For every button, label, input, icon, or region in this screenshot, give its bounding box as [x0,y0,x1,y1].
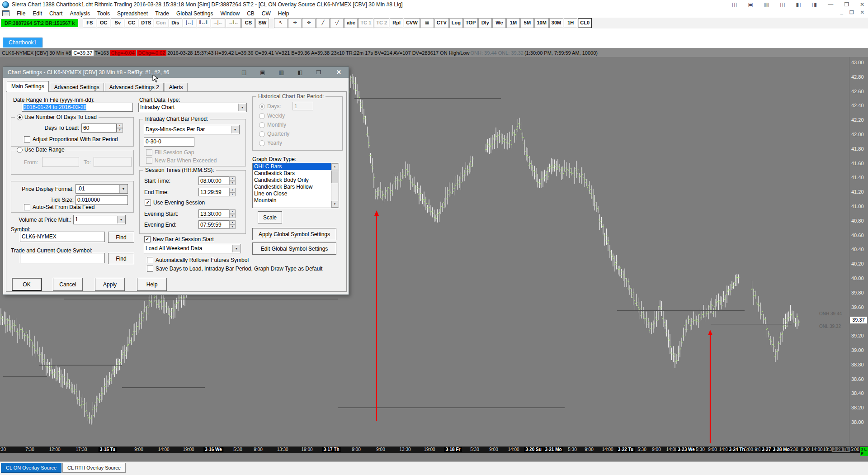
trade-symbol-field[interactable] [20,253,105,263]
graph-draw-option[interactable]: Candlestick Bars [253,170,331,177]
menu-global-settings[interactable]: Global Settings [173,10,217,17]
date-range-field[interactable]: 2016-01-24 to 2016-03-28 [22,103,133,112]
evening-end-spinner[interactable]: ▲▼ [229,220,236,229]
layout-columns-icon[interactable]: ▥ [764,1,769,8]
layout-columns-icon[interactable]: ▥ [279,67,284,78]
layout-left-icon[interactable]: ◧ [796,1,801,8]
scroll-down-icon[interactable]: ▼ [331,201,338,208]
toolbar-button-1m[interactable]: 1M [506,18,520,28]
menu-help[interactable]: Help [274,10,293,17]
crosshair-tool-icon[interactable]: ✛ [288,18,302,28]
use-evening-session-checkbox[interactable] [145,200,151,206]
tab-alerts[interactable]: Alerts [165,83,188,92]
autoset-checkbox[interactable] [24,204,30,210]
layout-right-icon[interactable]: ◨ [812,1,817,8]
menu-analysis[interactable]: Analysis [66,10,94,17]
toolbar-button-top[interactable]: TOP [463,18,478,28]
scale-button[interactable]: Scale [258,211,282,223]
tvw-grid-icon[interactable]: ▦ [420,18,434,28]
toolbar-button-abc[interactable]: abc [344,18,358,28]
child-close-button[interactable]: ✕ [860,10,864,15]
chart-data-type-select[interactable]: Intraday Chart▼ [138,103,247,112]
tab-advanced-settings-2[interactable]: Advanced Settings 2 [105,83,164,92]
toolbar-button-cs[interactable]: CS [241,18,255,28]
bar-spacing-decrease-icon[interactable]: |↔| [183,18,196,28]
new-bar-at-session-start-checkbox[interactable] [144,236,151,242]
dialog-close-button[interactable]: ✕ [335,67,343,78]
intraday-period-select[interactable]: Days-Mins-Secs Per Bar▼ [144,125,240,134]
price-display-format-select[interactable]: .01▼ [75,184,128,194]
toolbar-button-rpl[interactable]: Rpl [390,18,403,28]
toolbar-button-log[interactable]: Log [449,18,463,28]
compress-bars-icon[interactable]: →|← [211,18,226,28]
menu-edit[interactable]: Edit [29,10,46,17]
detach-window-icon[interactable]: ◫ [732,1,737,8]
single-panel-icon[interactable]: ▣ [260,67,265,78]
graph-draw-option[interactable]: Mountain [253,197,331,204]
toolbar-button-sw[interactable]: SW [255,18,269,28]
send-to-monitor-icon[interactable]: ◫ [241,67,246,78]
to-field[interactable] [94,157,132,167]
toolbar-button-sv[interactable]: Sv [111,18,124,28]
evening-start-spinner[interactable]: ▲▼ [229,209,236,218]
trade-symbol-find-button[interactable]: Find [108,253,134,264]
layout-split-icon[interactable]: ◫ [780,1,785,8]
symbol-field[interactable]: CLK6-NYMEX [20,232,105,242]
layout-split-icon[interactable]: ◧ [297,67,302,78]
time-axis[interactable]: :307:3012:0017:303-15 Tu9:0014:0019:003-… [0,446,868,453]
maximize-panel-icon[interactable]: ❐ [316,67,321,78]
end-time-spinner[interactable]: ▲▼ [229,188,236,196]
evening-start-field[interactable]: 13:30:00 [198,209,229,218]
dropdown-arrow-icon[interactable]: ▼ [238,104,246,111]
chartbook-tab[interactable]: Chartbook1 [3,38,42,48]
graph-draw-option[interactable]: OHLC Bars [253,163,331,170]
menu-trade[interactable]: Trade [151,10,173,17]
toolbar-button-dly[interactable]: Dly [478,18,492,28]
single-panel-icon[interactable]: ▣ [748,1,753,8]
graph-draw-option[interactable]: Line on Close [253,190,331,197]
scroll-thumb[interactable] [331,171,338,183]
crosshair-arrow-tool-icon[interactable]: ✜ [302,18,316,28]
volume-mult-select[interactable]: 1▼ [73,215,126,224]
graph-draw-type-listbox[interactable]: OHLC BarsCandlestick BarsCandlestick Bod… [252,163,339,208]
start-time-spinner[interactable]: ▲▼ [229,176,236,185]
toolbar-button-1h[interactable]: 1H [564,18,577,28]
use-days-radio[interactable] [17,114,23,120]
ok-button[interactable]: OK [12,278,42,291]
toolbar-button-oc[interactable]: OC [97,18,110,28]
listbox-scrollbar[interactable]: ▲ ▼ [331,163,339,208]
use-date-range-radio[interactable] [17,147,23,153]
toolbar-button-cvw[interactable]: CVW [404,18,420,28]
graph-draw-option[interactable]: Candlestick Bars Hollow [253,184,331,190]
ray-tool-icon[interactable]: ·╱ [330,18,344,28]
toolbar-button-dts[interactable]: DTS [139,18,153,28]
menu-file[interactable]: File [13,10,29,17]
chart-tab-2[interactable]: CL RTH Overlay Source [62,463,126,473]
child-minimize-button[interactable]: _ [840,10,843,15]
intraday-bar-field[interactable]: 0-30-0 [144,137,194,147]
days-to-load-field[interactable]: 60 [81,124,117,133]
tab-advanced-settings[interactable]: Advanced Settings [50,83,104,92]
menu-window[interactable]: Window [217,10,243,17]
dropdown-arrow-icon[interactable]: ▼ [117,216,125,223]
menu-cb[interactable]: CB [243,10,258,17]
toolbar-button-10m[interactable]: 10M [534,18,548,28]
restore-button[interactable]: ❐ [844,1,849,8]
days-to-load-spinner[interactable]: ▲▼ [117,124,123,133]
minimize-button[interactable]: — [828,1,833,8]
from-field[interactable] [42,157,79,167]
expand-bars-icon[interactable]: →‖← [226,18,241,28]
menu-chart[interactable]: Chart [46,10,66,17]
menu-tools[interactable]: Tools [94,10,113,17]
toolbar-button-we[interactable]: We [492,18,506,28]
dialog-titlebar[interactable]: Chart Settings - CLK6-NYMEX [CBV] 30 Min… [3,67,349,78]
dropdown-arrow-icon[interactable]: ▼ [232,245,240,252]
start-time-field[interactable]: 08:00:00 [198,176,229,185]
toolbar-button-fs[interactable]: FS [83,18,96,28]
cancel-button[interactable]: Cancel [53,278,83,291]
tab-main-settings[interactable]: Main Settings [7,81,49,92]
toolbar-button-cl0[interactable]: CL0 [578,18,592,28]
symbol-find-button[interactable]: Find [108,232,134,243]
apply-button[interactable]: Apply [95,278,125,291]
save-default-checkbox[interactable] [147,266,153,272]
